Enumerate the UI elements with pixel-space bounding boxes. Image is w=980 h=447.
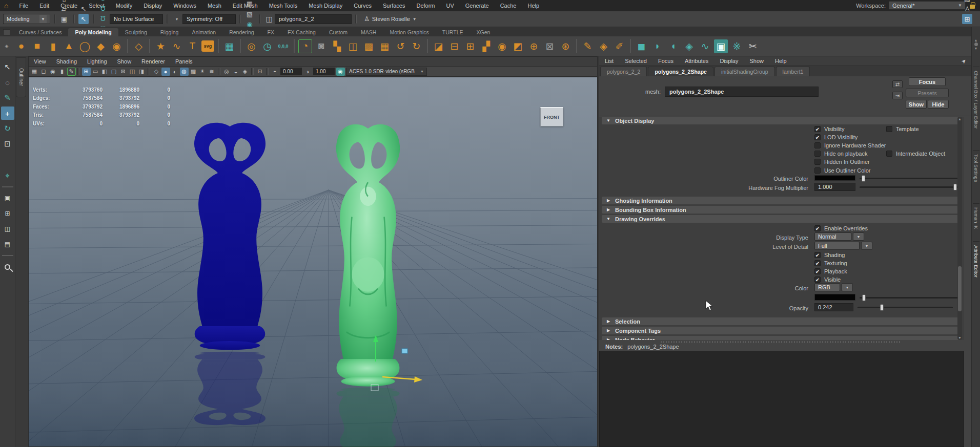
multi-cut-icon[interactable]: ◗ bbox=[650, 39, 664, 53]
super-shape-icon[interactable]: ★ bbox=[154, 39, 168, 53]
poly-torus-icon[interactable]: ◯ bbox=[78, 39, 92, 53]
viewport-menu-show[interactable]: Show bbox=[112, 58, 137, 65]
template-checkbox[interactable]: ✔ bbox=[886, 126, 892, 132]
menu-curves[interactable]: Curves bbox=[348, 3, 377, 9]
hide-on-playback-checkbox[interactable]: ✔ bbox=[814, 151, 821, 157]
ae-menu-selected[interactable]: Selected bbox=[619, 58, 652, 64]
poke-face-icon[interactable]: ⊕ bbox=[527, 39, 541, 53]
section-bounding-box-information[interactable]: ▶ Bounding Box Information bbox=[602, 206, 961, 214]
presets-button[interactable]: Presets bbox=[906, 89, 949, 97]
viewport-menu-lighting[interactable]: Lighting bbox=[82, 58, 112, 65]
make-live-icon[interactable]: ◎ bbox=[244, 39, 258, 53]
spin-edge-forward-icon[interactable]: ↻ bbox=[410, 39, 423, 53]
smooth-icon[interactable]: ◔ bbox=[298, 39, 312, 53]
offset-edge-loop-icon[interactable]: ✐ bbox=[612, 39, 626, 53]
shelf-options-icon[interactable]: ◈ bbox=[5, 44, 9, 49]
front-view-tile[interactable]: FRONT bbox=[540, 107, 563, 126]
menu-mesh-display[interactable]: Mesh Display bbox=[303, 3, 348, 9]
menu-edit[interactable]: Edit bbox=[34, 3, 55, 9]
two-pane-layout-icon[interactable]: ◫ bbox=[1, 222, 14, 236]
plugin-shapes-icon[interactable]: ⊡ bbox=[256, 68, 264, 76]
dock-tab-tool-settings[interactable]: Tool Settings bbox=[972, 154, 980, 201]
poly-cone-icon[interactable]: ▲ bbox=[62, 39, 76, 53]
menu-generate[interactable]: Generate bbox=[460, 3, 495, 9]
menu-file[interactable]: File bbox=[13, 3, 34, 9]
outliner-pane-layout-icon[interactable]: ▤ bbox=[1, 238, 14, 251]
shelf-tab-poly-modeling[interactable]: Poly Modeling bbox=[68, 28, 118, 36]
xray-icon[interactable]: ◒ bbox=[232, 68, 240, 76]
selection-name-input[interactable]: polygons_2_2 bbox=[275, 14, 352, 24]
sculpt-tool-icon[interactable]: ※ bbox=[730, 39, 744, 53]
menu-mesh[interactable]: Mesh bbox=[202, 3, 227, 9]
scroll-down-icon[interactable]: ▼ bbox=[974, 47, 978, 50]
menu-display[interactable]: Display bbox=[138, 3, 168, 9]
bookmark-icon[interactable]: ▮ bbox=[58, 68, 67, 76]
hidden-in-outliner-checkbox[interactable]: ✔ bbox=[814, 159, 821, 165]
safe-action-icon[interactable]: ◫ bbox=[128, 68, 137, 76]
circularize-icon[interactable]: ◉ bbox=[495, 39, 509, 53]
enable-overrides-checkbox[interactable]: ✔ bbox=[814, 225, 821, 231]
ipr-render-icon[interactable]: ▦ bbox=[244, 0, 255, 9]
shading-checkbox[interactable]: ✔ bbox=[814, 252, 821, 258]
scale-tool-icon[interactable]: ⊡ bbox=[1, 137, 14, 151]
character-controls-panel-icon[interactable]: ♙ bbox=[962, 4, 972, 14]
section-node-behavior[interactable]: ▶ Node Behavior bbox=[602, 336, 961, 340]
slide-edge-icon[interactable]: ∿ bbox=[698, 39, 712, 53]
shelf-tab-rendering[interactable]: Rendering bbox=[222, 28, 260, 36]
resolution-gate-icon[interactable]: ◧ bbox=[100, 68, 109, 76]
section-object-display[interactable]: ▼ Object Display bbox=[602, 117, 961, 124]
scroll-up-icon[interactable]: ▲ bbox=[974, 38, 978, 42]
menu-mesh-tools[interactable]: Mesh Tools bbox=[263, 3, 303, 9]
notes-drag-divider[interactable] bbox=[661, 341, 902, 343]
notes-textarea[interactable] bbox=[599, 351, 964, 447]
bridge-icon[interactable]: ⊟ bbox=[447, 39, 461, 53]
attribute-editor-panel-icon[interactable]: ⊞ bbox=[962, 14, 972, 24]
cut-uv-icon[interactable]: ✂ bbox=[746, 39, 760, 53]
move-tool-icon[interactable]: + bbox=[1, 107, 14, 120]
grid-toggle-icon[interactable]: ⊞ bbox=[82, 68, 91, 76]
view-transform-icon[interactable]: ◉ bbox=[336, 68, 345, 76]
override-color-slider[interactable] bbox=[860, 297, 958, 299]
ae-menu-display[interactable]: Display bbox=[714, 58, 744, 64]
textured-icon[interactable]: ◐ bbox=[171, 68, 179, 76]
shelf-tab-xgen[interactable]: XGen bbox=[470, 28, 497, 36]
modeling-toolkit-panel-icon[interactable]: ▨ bbox=[962, 0, 972, 4]
append-polygon-icon[interactable]: ▦ bbox=[378, 39, 392, 53]
pin-icon[interactable]: ➤ bbox=[960, 57, 968, 65]
construction-history-icon[interactable]: ◷ bbox=[260, 39, 274, 53]
exposure-field[interactable]: 0.00 bbox=[280, 68, 302, 75]
universal-manipulator-icon[interactable]: ⌖ bbox=[1, 169, 14, 182]
film-gate-icon[interactable]: ▭ bbox=[91, 68, 100, 76]
scrollbar-thumb[interactable] bbox=[958, 266, 962, 311]
menu-cache[interactable]: Cache bbox=[495, 3, 522, 9]
save-scene-icon[interactable]: ▣ bbox=[59, 14, 69, 24]
visible-checkbox[interactable]: ✔ bbox=[814, 276, 821, 283]
ae-tab-lambert1[interactable]: lambert1 bbox=[776, 67, 810, 76]
menu-uv[interactable]: UV bbox=[441, 3, 460, 9]
magnifier-icon[interactable] bbox=[1, 260, 14, 273]
shelf-tab-sculpting[interactable]: Sculpting bbox=[118, 28, 154, 36]
spin-edge-backward-icon[interactable]: ↺ bbox=[394, 39, 407, 53]
color-mode-dropdown[interactable]: RGB ▼ bbox=[814, 283, 840, 291]
poly-disc-icon[interactable]: ◉ bbox=[110, 39, 124, 53]
ae-menu-attributes[interactable]: Attributes bbox=[679, 58, 714, 64]
subdiv-proxy-icon[interactable]: ◙ bbox=[314, 39, 328, 53]
isolate-select-icon[interactable]: ◎ bbox=[222, 68, 231, 76]
platonic-solid-icon[interactable]: ◇ bbox=[132, 39, 146, 53]
scene-3d[interactable] bbox=[29, 77, 597, 447]
ae-tab-polygons_2_2Shape[interactable]: polygons_2_2Shape bbox=[648, 67, 713, 76]
wedge-face-icon[interactable]: ⊠ bbox=[543, 39, 557, 53]
viewport-menu-renderer[interactable]: Renderer bbox=[136, 58, 170, 65]
shelf-scroll-control[interactable]: ▲ ▼ bbox=[972, 38, 980, 50]
wireframe-icon[interactable]: ◇ bbox=[152, 68, 161, 76]
new-scene-icon[interactable]: ▯ bbox=[59, 0, 69, 4]
section-drawing-overrides[interactable]: ▼ Drawing Overrides bbox=[602, 215, 961, 223]
chamfer-vertex-icon[interactable]: ▞ bbox=[479, 39, 493, 53]
symmetrize-icon[interactable]: ▣ bbox=[714, 39, 728, 53]
shelf-tab-turtle[interactable]: TURTLE bbox=[436, 28, 470, 36]
shelf-menu-icon[interactable] bbox=[3, 29, 10, 35]
open-scene-icon[interactable]: ▱ bbox=[59, 4, 69, 14]
image-plane-icon[interactable]: ✎ bbox=[67, 68, 76, 76]
opacity-field[interactable]: 0.242 bbox=[814, 303, 853, 311]
scroll-down-icon[interactable]: ▼ bbox=[957, 336, 962, 339]
